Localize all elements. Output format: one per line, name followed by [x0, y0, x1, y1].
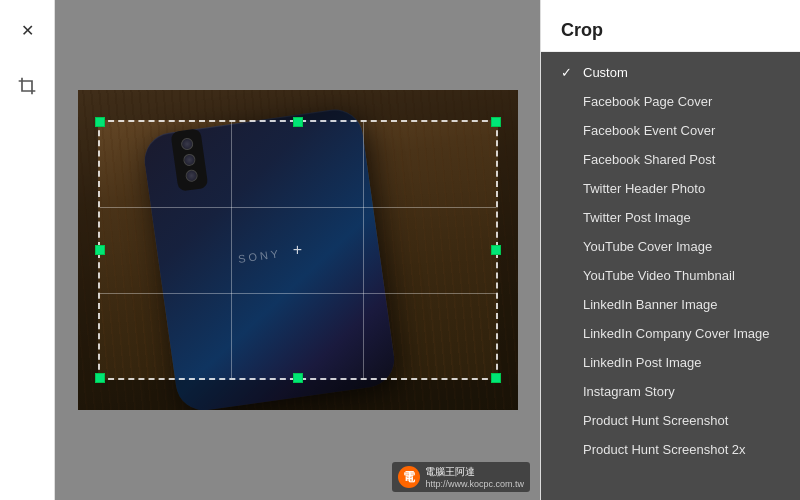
crop-options-menu: ✓CustomFacebook Page CoverFacebook Event… — [541, 52, 800, 500]
crop-option-label: Instagram Story — [583, 384, 675, 399]
crop-option-twitter-header-photo[interactable]: Twitter Header Photo — [541, 174, 800, 203]
crop-option-label: Custom — [583, 65, 628, 80]
crop-option-label: Facebook Shared Post — [583, 152, 715, 167]
crop-option-instagram-story[interactable]: Instagram Story — [541, 377, 800, 406]
crop-option-facebook-page-cover[interactable]: Facebook Page Cover — [541, 87, 800, 116]
crop-handle-top-left[interactable] — [95, 117, 105, 127]
center-cross: + — [293, 241, 302, 259]
crop-option-facebook-event-cover[interactable]: Facebook Event Cover — [541, 116, 800, 145]
watermark-icon: 電 — [398, 466, 420, 488]
crop-box[interactable]: + — [98, 120, 498, 380]
crop-option-label: Facebook Event Cover — [583, 123, 715, 138]
grid-line — [100, 207, 496, 208]
watermark-text: 電腦王阿達 http://www.kocpc.com.tw — [425, 465, 524, 489]
watermark: 電 電腦王阿達 http://www.kocpc.com.tw — [392, 462, 530, 492]
crop-handle-left-mid[interactable] — [95, 245, 105, 255]
crop-option-custom[interactable]: ✓Custom — [541, 58, 800, 87]
crop-option-label: LinkedIn Post Image — [583, 355, 702, 370]
crop-handle-bottom-right[interactable] — [491, 373, 501, 383]
crop-option-product-hunt-screenshot-2x[interactable]: Product Hunt Screenshot 2x — [541, 435, 800, 464]
crop-option-label: LinkedIn Banner Image — [583, 297, 717, 312]
crop-handle-bottom-left[interactable] — [95, 373, 105, 383]
crop-option-label: Product Hunt Screenshot — [583, 413, 728, 428]
crop-option-label: Facebook Page Cover — [583, 94, 712, 109]
canvas-area: SONY + — [55, 0, 540, 500]
crop-handle-right-mid[interactable] — [491, 245, 501, 255]
grid-line — [363, 122, 364, 378]
crop-option-linkedin-post-image[interactable]: LinkedIn Post Image — [541, 348, 800, 377]
crop-option-label: YouTube Video Thumbnail — [583, 268, 735, 283]
image-container: SONY + — [78, 90, 518, 410]
crop-option-label: LinkedIn Company Cover Image — [583, 326, 769, 341]
dim-top — [78, 90, 518, 120]
grid-line — [100, 293, 496, 294]
crop-option-linkedin-company-cover[interactable]: LinkedIn Company Cover Image — [541, 319, 800, 348]
crop-option-youtube-video-thumbnail[interactable]: YouTube Video Thumbnail — [541, 261, 800, 290]
crop-option-twitter-post-image[interactable]: Twitter Post Image — [541, 203, 800, 232]
crop-tool-button[interactable] — [9, 68, 45, 104]
crop-option-label: Twitter Header Photo — [583, 181, 705, 196]
crop-option-label: Product Hunt Screenshot 2x — [583, 442, 746, 457]
right-panel: Crop ✓CustomFacebook Page CoverFacebook … — [540, 0, 800, 500]
crop-option-facebook-shared-post[interactable]: Facebook Shared Post — [541, 145, 800, 174]
crop-option-product-hunt-screenshot[interactable]: Product Hunt Screenshot — [541, 406, 800, 435]
panel-title: Crop — [541, 0, 800, 52]
dim-bottom — [78, 380, 518, 410]
crop-overlay[interactable]: + — [78, 90, 518, 410]
crop-handle-bottom-mid[interactable] — [293, 373, 303, 383]
crop-handle-top-mid[interactable] — [293, 117, 303, 127]
crop-handle-top-right[interactable] — [491, 117, 501, 127]
crop-option-linkedin-banner-image[interactable]: LinkedIn Banner Image — [541, 290, 800, 319]
crop-option-label: Twitter Post Image — [583, 210, 691, 225]
crop-option-youtube-cover-image[interactable]: YouTube Cover Image — [541, 232, 800, 261]
checkmark-icon: ✓ — [561, 65, 575, 80]
left-toolbar: ✕ — [0, 0, 55, 500]
crop-option-label: YouTube Cover Image — [583, 239, 712, 254]
dim-right — [498, 120, 518, 380]
grid-line — [231, 122, 232, 378]
close-button[interactable]: ✕ — [9, 12, 45, 48]
